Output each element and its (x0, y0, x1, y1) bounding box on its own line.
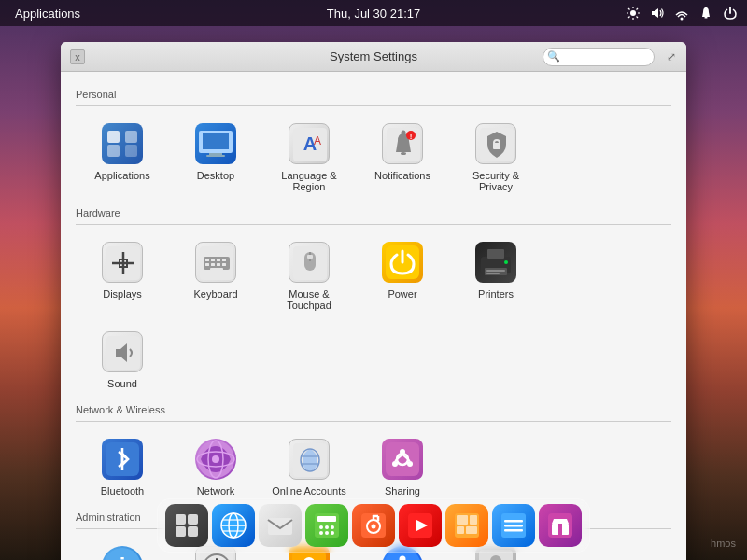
settings-item-applications[interactable]: Applications (76, 114, 169, 200)
notifications-icon: ! (382, 123, 423, 164)
dock-item-video[interactable] (399, 504, 442, 547)
power-label: Power (388, 288, 416, 300)
svg-rect-103 (188, 526, 198, 537)
settings-item-sound[interactable]: Sound (76, 322, 169, 397)
svg-rect-22 (125, 145, 137, 157)
keyboard-label: Keyboard (193, 288, 237, 300)
bluetooth-icon (102, 439, 143, 480)
svg-point-6 (630, 10, 636, 16)
svg-point-117 (325, 531, 329, 535)
settings-item-notifications[interactable]: ! Notifications (356, 114, 449, 200)
printers-icon (475, 242, 516, 283)
sound-icon (102, 331, 143, 372)
svg-rect-19 (107, 131, 120, 143)
settings-item-online[interactable]: Online Accounts (262, 429, 356, 504)
svg-rect-48 (205, 263, 209, 266)
language-label: Language & Region (268, 170, 350, 192)
brightness-icon[interactable] (626, 6, 641, 21)
svg-point-79 (407, 461, 413, 467)
svg-rect-51 (222, 263, 226, 266)
section-label-network: Network & Wireless (76, 404, 671, 415)
dock-item-settings[interactable] (492, 504, 535, 547)
window-search-box: 🔍 (543, 48, 655, 66)
svg-rect-46 (217, 259, 220, 261)
svg-rect-17 (705, 17, 708, 19)
window-content: Personal Applications Desktop (61, 72, 686, 560)
window-titlebar: x System Settings 🔍 ⤢ (61, 42, 686, 72)
section-divider-network (76, 421, 671, 422)
dock-item-browser[interactable] (212, 504, 255, 547)
section-divider-personal (76, 105, 671, 106)
settings-item-keyboard[interactable]: Keyboard (169, 232, 262, 318)
search-icon: 🔍 (547, 50, 560, 63)
settings-item-bluetooth[interactable]: Bluetooth (76, 429, 169, 504)
about-icon: i (102, 546, 143, 560)
settings-item-displays[interactable]: Displays (76, 232, 169, 318)
online-label: Online Accounts (272, 485, 346, 497)
settings-item-desktop[interactable]: Desktop (169, 114, 262, 200)
svg-rect-134 (504, 525, 523, 527)
svg-rect-130 (466, 526, 477, 534)
section-divider-hardware (76, 224, 671, 225)
dock-item-calculator[interactable] (305, 504, 348, 547)
svg-point-71 (212, 455, 219, 463)
settings-item-language[interactable]: AA Language & Region (262, 114, 356, 200)
sound-label: Sound (107, 378, 137, 389)
svg-rect-60 (487, 249, 504, 259)
svg-rect-129 (457, 526, 464, 534)
svg-point-113 (319, 525, 323, 529)
dock-item-mail[interactable] (259, 504, 302, 547)
dock-item-store[interactable] (539, 504, 582, 547)
app-menu[interactable]: Applications (9, 7, 80, 21)
section-label-personal: Personal (76, 89, 671, 100)
svg-rect-26 (206, 155, 225, 157)
desktop-label: Desktop (197, 170, 234, 181)
svg-text:A: A (314, 134, 321, 147)
applications-icon (102, 123, 143, 164)
settings-item-security[interactable]: Security & Privacy (449, 114, 543, 200)
window-expand-button[interactable]: ⤢ (664, 49, 679, 64)
svg-rect-49 (211, 263, 215, 266)
svg-rect-101 (188, 514, 198, 525)
power-icon[interactable] (723, 6, 738, 21)
window-close-button[interactable]: x (70, 49, 85, 64)
volume-icon[interactable] (650, 6, 665, 21)
bluetooth-label: Bluetooth (101, 485, 144, 497)
mouse-icon (289, 242, 330, 283)
online-accounts-icon (289, 439, 330, 480)
hardware-grid: Displays Keyboard Mouse & Touchpad (76, 232, 671, 318)
hardware-grid-row2: Sound (76, 322, 671, 397)
settings-item-mouse[interactable]: Mouse & Touchpad (262, 232, 356, 318)
settings-item-network[interactable]: Network (169, 429, 262, 504)
settings-item-sharing[interactable]: Sharing (356, 429, 449, 504)
svg-rect-52 (210, 268, 223, 271)
svg-rect-45 (211, 259, 215, 261)
svg-rect-135 (504, 529, 523, 532)
security-icon (475, 123, 516, 164)
dock-item-app-switcher[interactable] (165, 504, 208, 547)
language-icon: AA (289, 123, 330, 164)
system-tray (626, 6, 738, 21)
svg-point-31 (402, 131, 406, 135)
svg-point-18 (705, 7, 707, 8)
sharing-icon (382, 439, 423, 480)
svg-rect-61 (486, 270, 505, 272)
notification-icon[interactable] (698, 6, 713, 21)
settings-item-about[interactable]: i About (76, 537, 169, 560)
window-title: System Settings (330, 49, 417, 63)
taskbar-top: Applications Thu, Jul 30 21:17 (0, 0, 747, 26)
printers-label: Printers (478, 288, 514, 300)
app-menu-label: Applications (15, 7, 80, 21)
displays-icon (102, 242, 143, 283)
svg-point-115 (331, 525, 334, 529)
svg-rect-133 (504, 520, 523, 523)
svg-rect-131 (470, 515, 477, 525)
dock-item-music[interactable] (352, 504, 395, 547)
dock-item-photos[interactable] (445, 504, 488, 547)
svg-rect-138 (558, 524, 562, 535)
svg-text:!: ! (410, 133, 413, 141)
network-icon[interactable] (674, 6, 689, 21)
svg-rect-50 (217, 263, 220, 266)
settings-item-power[interactable]: Power (356, 232, 449, 318)
settings-item-printers[interactable]: Printers (449, 232, 543, 318)
